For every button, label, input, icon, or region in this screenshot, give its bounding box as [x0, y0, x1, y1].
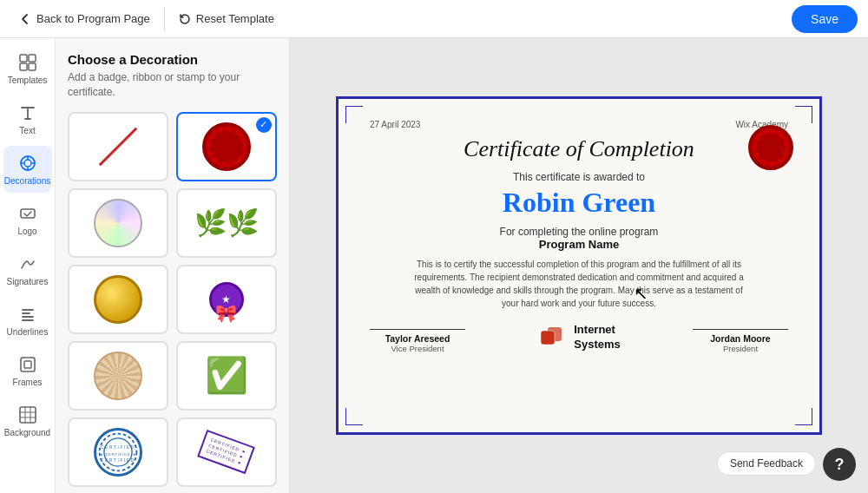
- purple-badge-icon: ★ 🎀: [205, 275, 248, 324]
- cert-body-text: This is to certify the successful comple…: [414, 258, 744, 310]
- reset-icon: [179, 13, 191, 25]
- selected-checkmark: ✓: [256, 117, 272, 133]
- text-icon: [17, 102, 38, 123]
- sidebar-item-decorations[interactable]: Decorations: [3, 146, 52, 193]
- main-layout: Templates Text Decorations: [0, 38, 868, 493]
- sidebar-item-text[interactable]: Text: [3, 95, 52, 142]
- panel-title: Choose a Decoration: [68, 52, 277, 67]
- cert-title: Certificate of Completion: [464, 136, 694, 162]
- sidebar-item-templates[interactable]: Templates: [3, 45, 52, 92]
- cert-signer2-title: President: [723, 344, 758, 353]
- topbar: Back to Program Page Reset Template Save: [0, 0, 868, 38]
- background-label: Background: [4, 428, 50, 437]
- cert-seal-inner: [755, 132, 786, 163]
- svg-text:CERTIFIED: CERTIFIED: [101, 445, 135, 450]
- cert-awarded-text: This certificate is awarded to: [513, 171, 645, 183]
- none-icon: [92, 121, 144, 173]
- cert-program-name: Program Name: [539, 238, 619, 251]
- save-button[interactable]: Save: [792, 5, 858, 33]
- topbar-divider: [164, 7, 165, 31]
- corner-tr: [795, 106, 812, 123]
- sidebar-item-frames[interactable]: Frames: [3, 347, 52, 394]
- svg-text:CERTIFIED: CERTIFIED: [101, 457, 135, 462]
- help-button[interactable]: ?: [823, 448, 856, 481]
- deco-green-check[interactable]: ✅: [176, 341, 277, 411]
- arrow-left-icon: [19, 13, 31, 25]
- sidebar-item-logo[interactable]: Logo: [3, 196, 52, 243]
- cert-logo-line1: Internet: [574, 323, 615, 336]
- cert-date: 27 April 2023: [370, 120, 420, 129]
- templates-label: Templates: [8, 76, 48, 85]
- sidebar-item-background[interactable]: Background: [3, 398, 52, 444]
- svg-text:★ CERTIFIED ★: ★ CERTIFIED ★: [100, 451, 137, 456]
- decoration-grid: ✓ 🌿🌿 ★: [68, 112, 277, 487]
- frames-icon: [17, 354, 38, 375]
- back-label: Back to Program Page: [36, 12, 150, 25]
- cert-sig-line-2: [693, 329, 788, 330]
- canvas-area: 27 April 2023 Wix Academy Certificate of…: [290, 38, 868, 493]
- cert-logo: Internet Systems: [537, 322, 620, 353]
- deco-laurel[interactable]: 🌿🌿: [176, 188, 277, 258]
- cert-signature-1: Taylor Areseed Vice President: [370, 329, 465, 353]
- deco-blue-stamp[interactable]: CERTIFIED ★ CERTIFIED ★ CERTIFIED: [68, 417, 168, 487]
- deco-beige-rosette[interactable]: [68, 341, 168, 411]
- green-check-icon: ✅: [205, 355, 248, 396]
- cert-logo-line2: Systems: [574, 338, 620, 351]
- red-stamp-inner: [209, 129, 244, 164]
- templates-icon: [17, 52, 38, 73]
- icon-sidebar: Templates Text Decorations: [0, 38, 56, 493]
- panel-subtitle: Add a badge, ribbon or stamp to your cer…: [68, 70, 277, 100]
- logo-label: Logo: [17, 227, 36, 236]
- logo-icon: [17, 203, 38, 224]
- cert-top-row: 27 April 2023 Wix Academy: [370, 120, 788, 129]
- cert-seal-stamp: [748, 125, 793, 170]
- deco-none[interactable]: [68, 112, 168, 181]
- reset-button[interactable]: Reset Template: [170, 7, 283, 30]
- svg-rect-6: [21, 209, 35, 218]
- cert-bottom-row: Taylor Areseed Vice President Internet: [370, 322, 788, 353]
- red-stamp-icon: [202, 122, 251, 171]
- cert-logo-text: Internet Systems: [574, 323, 620, 352]
- corner-bl: [345, 408, 363, 425]
- deco-holo-badge[interactable]: [68, 188, 168, 258]
- internet-systems-logo-icon: [537, 322, 569, 353]
- deco-purple-badge[interactable]: ★ 🎀: [176, 265, 277, 334]
- frames-label: Frames: [13, 378, 43, 387]
- gold-coin-icon: [94, 275, 142, 324]
- signatures-icon: [17, 253, 38, 274]
- blue-stamp-icon: CERTIFIED ★ CERTIFIED ★ CERTIFIED: [94, 428, 142, 477]
- cert-signer1-name: Taylor Areseed: [385, 333, 450, 344]
- purple-badge-ribbon: 🎀: [215, 303, 237, 324]
- reset-label: Reset Template: [196, 12, 274, 25]
- deco-diagonal-stamp[interactable]: CERTIFIED ★CERTIFIED ★CERTIFIED ★: [176, 417, 277, 487]
- text-label: Text: [19, 126, 35, 135]
- underlines-icon: [17, 304, 38, 325]
- svg-rect-2: [20, 63, 27, 70]
- cert-seal-decoration: [748, 125, 793, 170]
- deco-gold-coin[interactable]: [68, 265, 168, 334]
- certificate: 27 April 2023 Wix Academy Certificate of…: [336, 96, 822, 435]
- diagonal-stamp-icon: CERTIFIED ★CERTIFIED ★CERTIFIED ★: [197, 430, 254, 474]
- underlines-label: Underlines: [7, 327, 49, 337]
- cert-logo-box: Internet Systems: [537, 322, 620, 353]
- holo-badge-icon: [94, 199, 142, 247]
- cert-signer2-name: Jordan Moore: [710, 333, 770, 344]
- corner-br: [795, 408, 812, 425]
- deco-red-stamp[interactable]: ✓: [176, 112, 277, 181]
- cert-completing-text: For completing the online program: [500, 226, 659, 238]
- cert-signature-2: Jordan Moore President: [693, 329, 788, 353]
- cert-sig-line-1: [370, 329, 465, 330]
- back-button[interactable]: Back to Program Page: [10, 7, 159, 30]
- decorations-icon: [17, 153, 38, 174]
- svg-rect-8: [24, 361, 31, 368]
- cert-signer1-title: Vice President: [391, 344, 444, 353]
- cert-recipient-name: Robin Green: [503, 187, 655, 219]
- laurel-icon: 🌿🌿: [194, 207, 259, 238]
- sidebar-item-signatures[interactable]: Signatures: [3, 246, 52, 293]
- sidebar-item-underlines[interactable]: Underlines: [3, 297, 52, 344]
- svg-rect-3: [29, 63, 36, 70]
- svg-rect-9: [20, 407, 36, 423]
- svg-rect-7: [21, 358, 35, 371]
- svg-rect-1: [29, 55, 36, 62]
- send-feedback-button[interactable]: Send Feedback: [717, 451, 816, 476]
